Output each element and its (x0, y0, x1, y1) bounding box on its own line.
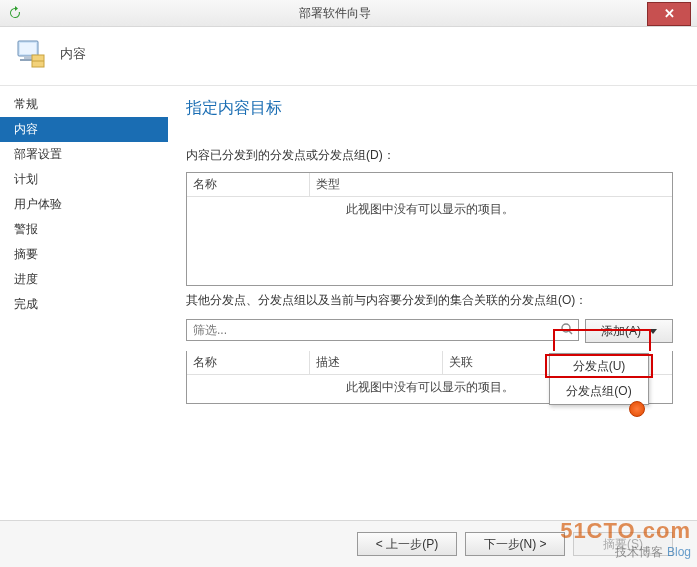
sidebar-item-summary[interactable]: 摘要 (0, 242, 168, 267)
menu-item-distribution-point[interactable]: 分发点(U) (550, 354, 648, 379)
svg-rect-1 (20, 43, 36, 54)
main-panel: 指定内容目标 内容已分发到的分发点或分发点组(D)： 名称 类型 此视图中没有可… (168, 86, 697, 521)
window-title: 部署软件向导 (22, 5, 647, 22)
sidebar-item-schedule[interactable]: 计划 (0, 167, 168, 192)
col2-name[interactable]: 名称 (187, 351, 310, 374)
titlebar: 部署软件向导 ✕ (0, 0, 697, 27)
filter-bar: 添加(A) (186, 319, 673, 343)
header-label: 内容 (60, 45, 86, 63)
filter-input[interactable] (187, 323, 578, 337)
sidebar-item-alerts[interactable]: 警报 (0, 217, 168, 242)
menu-item-distribution-point-group[interactable]: 分发点组(O) (550, 379, 648, 404)
close-button[interactable]: ✕ (647, 2, 691, 26)
wizard-window: 部署软件向导 ✕ 内容 常规 内容 部署设置 计划 用户体验 警报 摘要 (0, 0, 697, 567)
sidebar-item-completion[interactable]: 完成 (0, 292, 168, 317)
close-icon: ✕ (664, 6, 675, 21)
sidebar-item-general[interactable]: 常规 (0, 92, 168, 117)
error-icon (629, 401, 645, 417)
wizard-sidebar: 常规 内容 部署设置 计划 用户体验 警报 摘要 进度 完成 (0, 86, 168, 521)
refresh-icon[interactable] (8, 6, 22, 20)
wizard-body: 常规 内容 部署设置 计划 用户体验 警报 摘要 进度 完成 指定内容目标 内容… (0, 86, 697, 521)
svg-point-5 (562, 324, 570, 332)
col2-desc[interactable]: 描述 (310, 351, 443, 374)
sidebar-item-content[interactable]: 内容 (0, 117, 168, 142)
add-button[interactable]: 添加(A) (585, 319, 673, 343)
wizard-header: 内容 (0, 27, 697, 86)
add-dropdown: 分发点(U) 分发点组(O) (549, 353, 649, 405)
page-heading: 指定内容目标 (186, 98, 673, 119)
sidebar-item-progress[interactable]: 进度 (0, 267, 168, 292)
group1-label: 内容已分发到的分发点或分发点组(D)： (186, 147, 673, 164)
summary-button: 摘要(S) (573, 532, 673, 556)
add-button-label: 添加(A) (601, 323, 641, 340)
col-name[interactable]: 名称 (187, 173, 310, 196)
chevron-down-icon (649, 329, 657, 334)
svg-line-6 (569, 331, 572, 334)
col-type[interactable]: 类型 (310, 173, 672, 196)
next-button[interactable]: 下一步(N) > (465, 532, 565, 556)
sidebar-item-user-experience[interactable]: 用户体验 (0, 192, 168, 217)
prev-button[interactable]: < 上一步(P) (357, 532, 457, 556)
computer-package-icon (14, 37, 48, 71)
search-icon[interactable] (560, 322, 574, 339)
table-empty: 此视图中没有可以显示的项目。 (187, 197, 672, 285)
distributed-table: 名称 类型 此视图中没有可以显示的项目。 (186, 172, 673, 286)
table-header: 名称 类型 (187, 173, 672, 197)
group2-label: 其他分发点、分发点组以及当前与内容要分发到的集合关联的分发点组(O)： (186, 292, 673, 309)
svg-rect-2 (24, 56, 32, 59)
wizard-footer: < 上一步(P) 下一步(N) > 摘要(S) (0, 520, 697, 567)
sidebar-item-deploy-settings[interactable]: 部署设置 (0, 142, 168, 167)
filter-input-wrapper (186, 319, 579, 341)
